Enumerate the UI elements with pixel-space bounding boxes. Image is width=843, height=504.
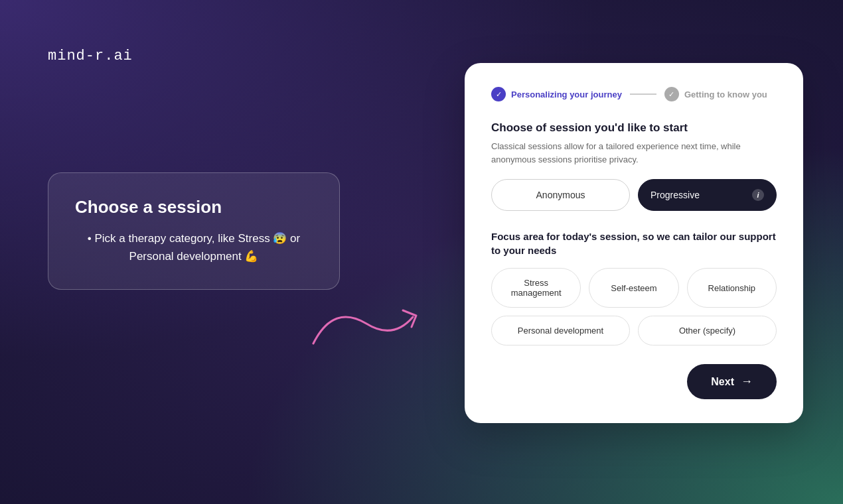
session-desc: Classical sessions allow for a tailored … [491,140,777,166]
clearfix: Next → [491,364,777,399]
next-arrow-icon: → [741,375,753,389]
step2-icon: ✓ [664,87,679,101]
main-card: ✓ Personalizing your journey ✓ Getting t… [465,63,803,423]
app-logo: mind-r.ai [48,48,133,64]
step1-label: Personalizing your journey [511,90,622,99]
left-panel-title: Choose a session [75,197,313,218]
info-icon: i [752,189,764,201]
step2-label: Getting to know you [684,90,767,99]
next-button[interactable]: Next → [687,364,777,399]
focus-self-esteem[interactable]: Self-esteem [589,268,678,308]
progress-steps: ✓ Personalizing your journey ✓ Getting t… [491,87,777,101]
session-options: Anonymous Progressive i [491,179,777,211]
anonymous-button[interactable]: Anonymous [491,179,630,211]
focus-relationship[interactable]: Relationship [687,268,777,308]
decorative-arrow [307,297,426,357]
left-info-panel: Choose a session Pick a therapy category… [48,172,340,290]
progressive-label: Progressive [651,190,700,200]
focus-personal-development[interactable]: Personal development [491,316,630,346]
focus-stress-management[interactable]: Stress management [491,268,581,308]
step-getting-to-know: ✓ Getting to know you [664,87,767,101]
next-label: Next [711,376,734,388]
focus-options-bottom: Personal development Other (specify) [491,316,777,346]
left-panel-bullet: Pick a therapy category, like Stress 😰 o… [75,229,313,265]
step1-icon: ✓ [491,87,506,101]
focus-area-title: Focus area for today's session, so we ca… [491,229,777,257]
session-title: Choose of session you'd like to start [491,121,777,135]
step-personalizing: ✓ Personalizing your journey [491,87,622,101]
progressive-button[interactable]: Progressive i [638,179,777,211]
focus-options-top: Stress management Self-esteem Relationsh… [491,268,777,308]
step-divider [630,94,656,95]
focus-other[interactable]: Other (specify) [638,316,777,346]
